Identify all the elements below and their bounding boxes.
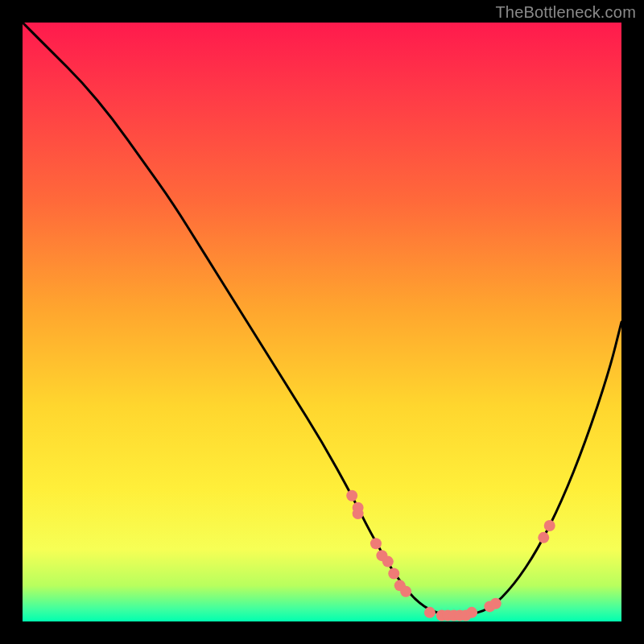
- curve-markers: [346, 490, 555, 621]
- curve-layer: [23, 23, 621, 621]
- watermark-text: TheBottleneck.com: [495, 3, 636, 22]
- curve-marker: [466, 607, 477, 618]
- curve-marker: [353, 508, 364, 519]
- curve-marker: [388, 568, 399, 579]
- curve-marker: [538, 532, 549, 543]
- curve-marker: [370, 538, 382, 549]
- curve-marker: [490, 598, 502, 609]
- curve-marker: [382, 556, 394, 568]
- plot-area: [23, 23, 621, 621]
- bottleneck-curve: [23, 23, 621, 616]
- curve-marker: [424, 607, 436, 618]
- chart-frame: TheBottleneck.com: [0, 0, 644, 644]
- curve-marker: [544, 520, 555, 531]
- curve-marker: [346, 490, 357, 502]
- curve-marker: [400, 586, 411, 597]
